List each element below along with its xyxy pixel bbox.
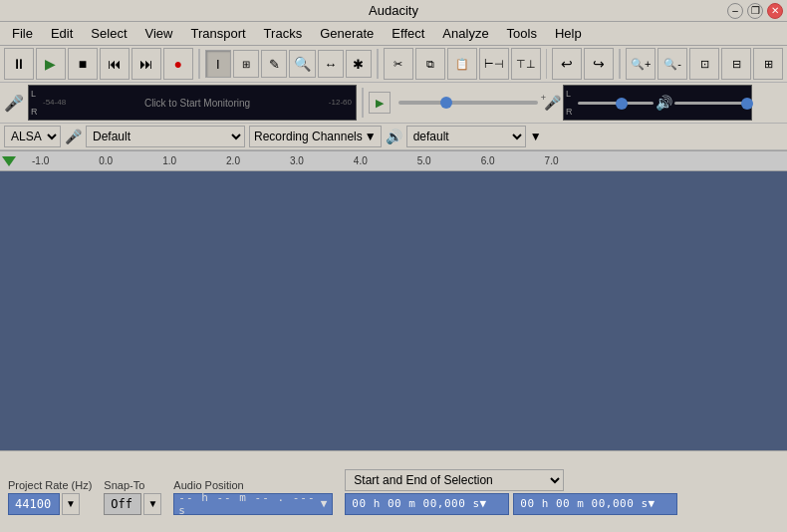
selection-type-dropdown[interactable]: Start and End of Selection: [345, 469, 564, 491]
snap-to-group: Snap-To Off ▼: [104, 479, 161, 515]
recording-mic-icon[interactable]: 🎤: [65, 129, 82, 144]
menu-tools[interactable]: Tools: [499, 24, 545, 43]
status-top-row: Project Rate (Hz) 44100 ▼ Snap-To Off ▼ …: [8, 469, 779, 515]
multi-tool-button[interactable]: ✱: [346, 50, 372, 78]
main-toolbar-row: ⏸ ▶ ■ ⏮ ⏭ ● I ⊞ ✎ 🔍 ↔ ✱ ✂ ⧉ 📋 ⊢⊣ ⊤⊥ ↩ ↪ …: [0, 46, 787, 83]
recording-channels-label: Recording Channels: [254, 130, 363, 143]
redo-button[interactable]: ↪: [584, 48, 614, 80]
input-vu-scale: -54-48 Click to Start Monitoring -12-60: [43, 98, 354, 109]
separator-2: [377, 49, 379, 79]
record-button[interactable]: ●: [163, 48, 193, 80]
output-device-select[interactable]: default: [406, 126, 526, 147]
cut-button[interactable]: ✂: [384, 48, 413, 80]
zoom-extra[interactable]: ⊞: [753, 48, 783, 80]
zoom-in-button[interactable]: 🔍: [289, 50, 315, 78]
app-title: Audacity: [369, 3, 418, 18]
project-rate-control: 44100 ▼: [8, 493, 92, 515]
silence-button[interactable]: ⊤⊥: [511, 48, 541, 80]
menu-analyze[interactable]: Analyze: [434, 24, 496, 43]
selection-end-text: 00 h 00 m 00,000 s: [520, 497, 648, 510]
zoom-out-button[interactable]: 🔍-: [657, 48, 687, 80]
menu-select[interactable]: Select: [83, 24, 134, 43]
selection-start-value[interactable]: 00 h 00 m 00,000 s ▼: [345, 493, 509, 515]
audio-pos-arrow[interactable]: ▼: [321, 497, 329, 510]
draw-tool-button[interactable]: ✎: [261, 50, 287, 78]
skip-start-button[interactable]: ⏮: [100, 48, 130, 80]
playback-play-button[interactable]: ▶: [369, 92, 391, 114]
ruler-numbers: -1.0 0.0 1.0 2.0 3.0 4.0 5.0 6.0 7.0: [2, 155, 785, 166]
project-rate-value[interactable]: 44100: [8, 493, 60, 515]
sel-end-arrow[interactable]: ▼: [649, 497, 656, 510]
minimize-button[interactable]: –: [727, 3, 743, 19]
menu-transport[interactable]: Transport: [182, 24, 253, 43]
selection-end-value[interactable]: 00 h 00 m 00,000 s ▼: [513, 493, 677, 515]
volume-slider[interactable]: +: [398, 101, 538, 105]
menu-help[interactable]: Help: [547, 24, 590, 43]
window-controls: – ❐ ✕: [727, 3, 783, 19]
toolbar-area: ⏸ ▶ ■ ⏮ ⏭ ● I ⊞ ✎ 🔍 ↔ ✱ ✂ ⧉ 📋 ⊢⊣ ⊤⊥ ↩ ↪ …: [0, 46, 787, 151]
separator-1: [198, 49, 200, 79]
sel-start-arrow[interactable]: ▼: [480, 497, 487, 510]
snap-to-dropdown[interactable]: ▼: [143, 493, 161, 515]
envelope-tool-button[interactable]: ⊞: [233, 50, 259, 78]
audio-host-select[interactable]: ALSA: [4, 126, 61, 147]
output-pitch-slider: 🔊: [578, 95, 749, 111]
title-bar: Audacity – ❐ ✕: [0, 0, 787, 22]
playhead-triangle: [2, 156, 16, 166]
input-ch-r-label: R: [31, 107, 38, 117]
menu-view[interactable]: View: [137, 24, 181, 43]
selection-times: 00 h 00 m 00,000 s ▼ 00 h 00 m 00,000 s …: [345, 493, 677, 515]
output-speaker-icon-bar[interactable]: 🔊: [386, 129, 402, 144]
menu-bar: File Edit Select View Transport Tracks G…: [0, 22, 787, 46]
input-vu-row: 🎤 L R -54-48 Click to Start Monitoring -…: [0, 83, 787, 124]
menu-edit[interactable]: Edit: [43, 24, 81, 43]
close-button[interactable]: ✕: [767, 3, 783, 19]
volume-slider-container: +: [394, 101, 542, 105]
sep-vu: [362, 88, 364, 118]
zoom-sel-button[interactable]: ⊡: [689, 48, 719, 80]
pitch-thumb: [616, 98, 628, 110]
project-rate-group: Project Rate (Hz) 44100 ▼: [8, 479, 92, 515]
skip-end-button[interactable]: ⏭: [131, 48, 161, 80]
menu-tracks[interactable]: Tracks: [256, 24, 311, 43]
snap-to-control: Off ▼: [104, 493, 161, 515]
playback-controls: ▶ +: [369, 92, 542, 114]
undo-button[interactable]: ↩: [552, 48, 582, 80]
pause-button[interactable]: ⏸: [4, 48, 34, 80]
project-rate-label: Project Rate (Hz): [8, 479, 92, 491]
separator-3: [546, 49, 548, 79]
output-mic-icon[interactable]: 🎤: [544, 95, 561, 111]
recording-channels-arrow: ▼: [365, 130, 377, 143]
input-ch-l-label: L: [31, 89, 36, 99]
output-vu-meter: L R 🔊: [563, 85, 752, 121]
menu-file[interactable]: File: [4, 24, 41, 43]
selection-start-text: 00 h 00 m 00,000 s: [352, 497, 479, 510]
time-shift-button[interactable]: ↔: [318, 50, 344, 78]
maximize-button[interactable]: ❐: [747, 3, 763, 19]
trim-button[interactable]: ⊢⊣: [479, 48, 509, 80]
stop-button[interactable]: ■: [68, 48, 98, 80]
status-bar: Project Rate (Hz) 44100 ▼ Snap-To Off ▼ …: [0, 450, 787, 532]
menu-effect[interactable]: Effect: [384, 24, 432, 43]
zoom-fit-button[interactable]: 🔍+: [626, 48, 656, 80]
input-device-select[interactable]: Default: [86, 126, 245, 147]
copy-button[interactable]: ⧉: [415, 48, 445, 80]
play-button[interactable]: ▶: [36, 48, 66, 80]
volume-thumb: [440, 97, 452, 109]
input-mic-icon[interactable]: 🎤: [4, 94, 24, 113]
snap-to-value[interactable]: Off: [104, 493, 141, 515]
selection-tool-button[interactable]: I: [205, 50, 231, 78]
track-area[interactable]: [0, 171, 787, 450]
output-speaker-icon[interactable]: 🔊: [656, 95, 672, 111]
zoom-fit-btn2[interactable]: ⊟: [721, 48, 751, 80]
menu-generate[interactable]: Generate: [312, 24, 382, 43]
output-ch-l-label: L: [566, 89, 571, 99]
paste-button[interactable]: 📋: [447, 48, 477, 80]
output-vol-thumb: [741, 98, 753, 110]
device-row: ALSA 🎤 Default Recording Channels ▼ 🔊 de…: [0, 124, 787, 150]
snap-to-label: Snap-To: [104, 479, 161, 491]
selection-group: Start and End of Selection 00 h 00 m 00,…: [345, 469, 677, 515]
project-rate-dropdown[interactable]: ▼: [62, 493, 80, 515]
input-vu-meter: L R -54-48 Click to Start Monitoring -12…: [28, 85, 357, 121]
recording-channels-dropdown[interactable]: Recording Channels ▼: [249, 126, 382, 147]
